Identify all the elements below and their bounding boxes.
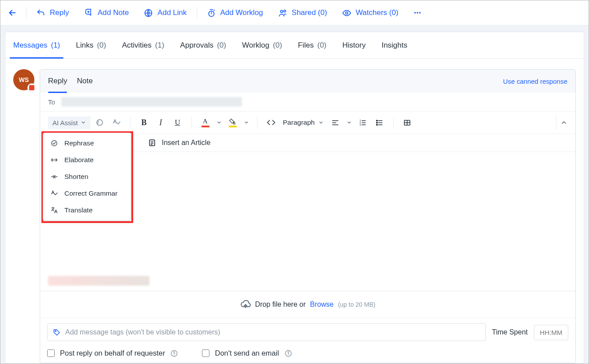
to-label: To xyxy=(48,98,55,106)
align-button[interactable] xyxy=(328,115,343,130)
tab-activities[interactable]: Activities(1) xyxy=(122,32,164,58)
to-field-row: To xyxy=(40,93,575,111)
tag-icon xyxy=(53,328,61,336)
timer-icon xyxy=(207,8,216,18)
ai-assist-dropdown[interactable]: AI Assist xyxy=(48,116,90,129)
tone-button[interactable] xyxy=(92,115,107,130)
cloud-upload-icon xyxy=(240,299,251,310)
add-note-action[interactable]: Add Note xyxy=(80,7,132,19)
ul-icon xyxy=(375,119,384,127)
reply-action[interactable]: Reply xyxy=(33,7,72,19)
svg-point-6 xyxy=(417,12,418,14)
svg-point-8 xyxy=(97,119,102,125)
page-body: Messages(1) Links(0) Activities(1) Appro… xyxy=(0,26,589,364)
arrow-left-icon xyxy=(7,8,17,18)
recipient-redacted[interactable] xyxy=(61,97,242,107)
reply-icon xyxy=(36,8,45,18)
tab-insights[interactable]: Insights xyxy=(381,32,407,58)
dots-icon xyxy=(413,8,422,18)
ticket-card: Messages(1) Links(0) Activities(1) Appro… xyxy=(5,32,584,364)
table-button[interactable] xyxy=(400,115,415,130)
svg-point-2 xyxy=(280,10,283,12)
table-icon xyxy=(403,119,411,127)
browse-link[interactable]: Browse xyxy=(310,301,333,308)
avatar-badge xyxy=(27,83,36,92)
underline-button[interactable]: U xyxy=(170,115,185,130)
time-spent-label: Time Spent xyxy=(492,328,528,336)
ai-elaborate[interactable]: Elaborate xyxy=(43,152,130,168)
code-button[interactable] xyxy=(264,115,279,130)
svg-point-7 xyxy=(419,12,421,14)
grammar-icon xyxy=(50,189,58,197)
ai-translate[interactable]: Translate xyxy=(43,202,130,219)
time-spent-input[interactable] xyxy=(534,325,568,340)
text-color-button[interactable]: A xyxy=(198,115,213,130)
text-color-chevron[interactable] xyxy=(215,115,224,130)
svg-point-23 xyxy=(377,124,377,125)
italic-button[interactable]: I xyxy=(153,115,168,130)
editor-footer: Add message tags (won't be visible to cu… xyxy=(40,318,575,363)
editor-toolbar: AI Assist B I U xyxy=(40,111,575,134)
chevron-down-icon xyxy=(318,120,324,125)
mode-note-tab[interactable]: Note xyxy=(77,70,93,93)
add-worklog-action[interactable]: Add Worklog xyxy=(203,7,267,19)
collapse-toolbar-button[interactable] xyxy=(556,115,571,130)
tab-approvals[interactable]: Approvals(0) xyxy=(180,32,226,58)
people-icon xyxy=(278,8,287,18)
more-menu-button[interactable] xyxy=(410,5,425,20)
tab-worklog[interactable]: Worklog(0) xyxy=(242,32,282,58)
info-icon xyxy=(170,349,178,357)
tab-messages[interactable]: Messages(1) xyxy=(13,32,60,58)
file-dropzone[interactable]: Drop file here or Browse (up to 20 MB) xyxy=(40,291,575,318)
dont-send-email-checkbox[interactable]: Don't send an email xyxy=(202,349,292,357)
post-on-behalf-checkbox[interactable]: Post reply on behalf of requester xyxy=(47,349,178,357)
top-action-bar: Reply Add Note Add Link Add Worklog Shar… xyxy=(0,0,589,26)
mode-reply-tab[interactable]: Reply xyxy=(48,70,67,93)
translate-icon xyxy=(50,206,58,214)
ai-shorten[interactable]: Shorten xyxy=(43,168,130,185)
ordered-list-button[interactable]: 123 xyxy=(355,115,370,130)
highlight-chevron[interactable] xyxy=(242,115,251,130)
editor-mode-tabs: Reply Note xyxy=(48,70,93,93)
align-chevron[interactable] xyxy=(345,115,354,130)
spellcheck-button[interactable] xyxy=(109,115,124,130)
expand-h-icon xyxy=(50,156,58,164)
refresh-icon xyxy=(50,139,58,147)
ai-grammar[interactable]: Correct Grammar xyxy=(43,185,130,202)
globe-icon xyxy=(144,8,153,18)
tab-files[interactable]: Files(0) xyxy=(298,32,327,58)
info-icon xyxy=(284,349,292,357)
ai-assist-menu: Rephrase Elaborate Shorten Correct xyxy=(43,133,131,221)
svg-point-4 xyxy=(346,11,348,14)
canned-response-link[interactable]: Use canned response xyxy=(503,78,567,85)
svg-point-27 xyxy=(52,141,57,146)
highlight-button[interactable] xyxy=(225,115,240,130)
chevron-down-icon xyxy=(216,120,222,125)
svg-text:3: 3 xyxy=(360,123,361,126)
svg-point-32 xyxy=(55,331,56,331)
svg-point-21 xyxy=(377,120,377,121)
note-icon xyxy=(84,8,93,18)
shared-action[interactable]: Shared (0) xyxy=(275,7,331,19)
chevron-down-icon xyxy=(347,120,352,125)
tab-history[interactable]: History xyxy=(343,32,366,58)
reply-editor: Reply Note Use canned response To AI Ass… xyxy=(40,69,576,363)
svg-point-5 xyxy=(414,12,416,14)
tab-links[interactable]: Links(0) xyxy=(76,32,106,58)
user-avatar: WS xyxy=(13,69,34,90)
paragraph-dropdown[interactable]: Paragraph xyxy=(280,117,326,128)
add-link-action[interactable]: Add Link xyxy=(140,7,190,19)
align-icon xyxy=(331,119,339,127)
ai-rephrase[interactable]: Rephrase xyxy=(43,135,130,152)
message-tags-input[interactable]: Add message tags (won't be visible to cu… xyxy=(47,323,486,341)
eye-icon xyxy=(342,8,351,18)
compress-h-icon xyxy=(50,173,58,181)
svg-point-22 xyxy=(377,122,377,123)
unordered-list-button[interactable] xyxy=(372,115,387,130)
svg-point-38 xyxy=(288,351,289,352)
bold-button[interactable]: B xyxy=(137,115,152,130)
insert-article-button[interactable]: Insert an Article xyxy=(148,138,210,147)
watchers-action[interactable]: Watchers (0) xyxy=(339,7,402,19)
back-button[interactable] xyxy=(5,5,20,20)
font-check-icon xyxy=(112,118,121,127)
